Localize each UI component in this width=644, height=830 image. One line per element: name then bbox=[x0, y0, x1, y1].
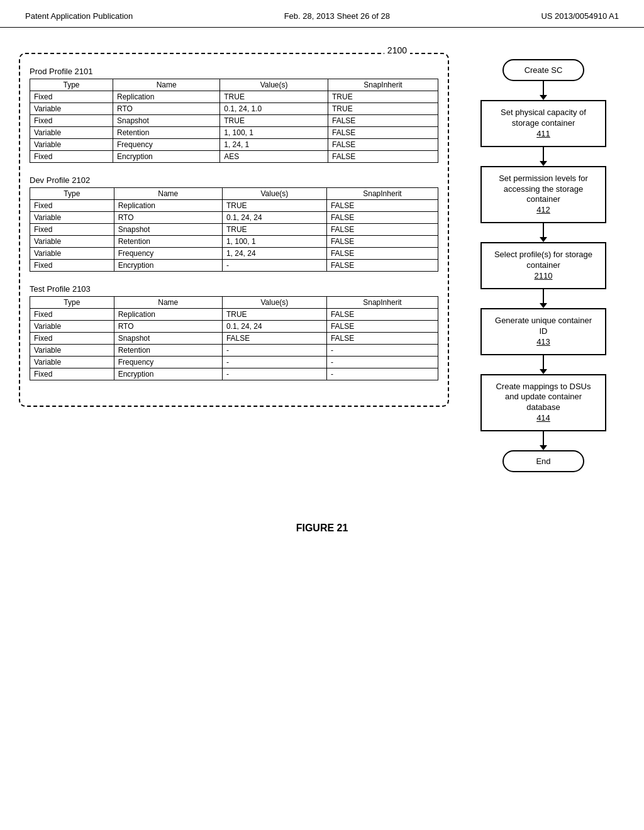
prod-col-snapinherit: SnapInherit bbox=[328, 79, 438, 91]
table-row: VariableFrequency1, 24, 24FALSE bbox=[30, 248, 438, 260]
table-row: VariableFrequency1, 24, 1FALSE bbox=[30, 139, 438, 151]
arrowhead-4 bbox=[540, 303, 547, 308]
flow-step-413: Generate unique container ID 413 bbox=[480, 308, 606, 374]
step-412-box: Set permission levels for accessing the … bbox=[480, 166, 606, 224]
table-row: FixedReplicationTRUEFALSE bbox=[30, 200, 438, 212]
right-panel: Create SC Set physical capacity of stora… bbox=[462, 53, 625, 472]
arrow-2 bbox=[543, 147, 544, 161]
table-row: FixedSnapshotFALSEFALSE bbox=[30, 333, 438, 345]
table-row: FixedEncryption-FALSE bbox=[30, 260, 438, 272]
figure-label: FIGURE 21 bbox=[0, 523, 644, 553]
flow-step-end: End bbox=[502, 450, 584, 472]
flow-step-412: Set permission levels for accessing the … bbox=[480, 166, 606, 243]
test-col-name: Name bbox=[114, 297, 222, 309]
main-content: 2100 Prod Profile 2101 Type Name Value(s… bbox=[0, 28, 644, 485]
test-profile-table: Type Name Value(s) SnapInherit FixedRepl… bbox=[30, 296, 438, 380]
step-414-box: Create mappings to DSUs and update conta… bbox=[480, 374, 606, 432]
header-right: US 2013/0054910 A1 bbox=[541, 11, 619, 21]
test-col-values: Value(s) bbox=[222, 297, 326, 309]
prod-profile-title: Prod Profile 2101 bbox=[30, 67, 438, 76]
table-row: FixedEncryption-- bbox=[30, 368, 438, 380]
prod-profile-table: Type Name Value(s) SnapInherit FixedRepl… bbox=[30, 79, 438, 163]
step-413-ref: 413 bbox=[536, 337, 550, 346]
prod-table-header-row: Type Name Value(s) SnapInherit bbox=[30, 79, 438, 91]
dev-profile-title: Dev Profile 2102 bbox=[30, 175, 438, 185]
prod-col-type: Type bbox=[30, 79, 113, 91]
arrow-3 bbox=[543, 223, 544, 237]
arrowhead-2 bbox=[540, 161, 547, 166]
arrowhead-5 bbox=[540, 369, 547, 374]
arrowhead-1 bbox=[540, 95, 547, 100]
table-row: VariableRTO0.1, 24, 1.0TRUE bbox=[30, 103, 438, 115]
header-middle: Feb. 28, 2013 Sheet 26 of 28 bbox=[284, 11, 390, 21]
table-row: VariableRetention1, 100, 1FALSE bbox=[30, 127, 438, 139]
table-row: VariableRetention-- bbox=[30, 345, 438, 357]
dev-profile-table: Type Name Value(s) SnapInherit FixedRepl… bbox=[30, 187, 438, 272]
flow-step-414: Create mappings to DSUs and update conta… bbox=[480, 374, 606, 451]
prod-profile-section: Prod Profile 2101 Type Name Value(s) Sna… bbox=[30, 67, 438, 163]
step-411-ref: 411 bbox=[536, 129, 550, 138]
table-row: FixedSnapshotTRUEFALSE bbox=[30, 115, 438, 127]
step-413-box: Generate unique container ID 413 bbox=[480, 308, 606, 355]
prod-col-values: Value(s) bbox=[220, 79, 328, 91]
flow-step-create-sc: Create SC bbox=[502, 59, 584, 100]
test-col-snapinherit: SnapInherit bbox=[326, 297, 438, 309]
test-table-header-row: Type Name Value(s) SnapInherit bbox=[30, 297, 438, 309]
arrow-1 bbox=[543, 81, 544, 95]
flow-step-411: Set physical capacity of storage contain… bbox=[480, 100, 606, 166]
dev-col-name: Name bbox=[114, 188, 222, 200]
table-row: FixedEncryptionAESFALSE bbox=[30, 151, 438, 163]
page-header: Patent Application Publication Feb. 28, … bbox=[0, 0, 644, 28]
test-col-type: Type bbox=[30, 297, 114, 309]
flow-step-2110: Select profile(s) for storage container … bbox=[480, 242, 606, 308]
step-412-ref: 412 bbox=[536, 205, 550, 214]
dev-table-header-row: Type Name Value(s) SnapInherit bbox=[30, 188, 438, 200]
left-panel: 2100 Prod Profile 2101 Type Name Value(s… bbox=[19, 53, 449, 407]
step-411-box: Set physical capacity of storage contain… bbox=[480, 100, 606, 147]
dev-col-type: Type bbox=[30, 188, 114, 200]
step-2110-box: Select profile(s) for storage container … bbox=[480, 242, 606, 289]
table-row: FixedReplicationTRUEFALSE bbox=[30, 309, 438, 321]
dev-col-values: Value(s) bbox=[222, 188, 326, 200]
table-row: VariableFrequency-- bbox=[30, 357, 438, 368]
table-row: VariableRetention1, 100, 1FALSE bbox=[30, 236, 438, 248]
header-left: Patent Application Publication bbox=[25, 11, 133, 21]
prod-col-name: Name bbox=[113, 79, 220, 91]
create-sc-box: Create SC bbox=[502, 59, 584, 81]
test-profile-section: Test Profile 2103 Type Name Value(s) Sna… bbox=[30, 284, 438, 380]
dev-profile-section: Dev Profile 2102 Type Name Value(s) Snap… bbox=[30, 175, 438, 272]
end-box: End bbox=[502, 450, 584, 472]
test-profile-title: Test Profile 2103 bbox=[30, 284, 438, 294]
table-row: FixedReplicationTRUETRUE bbox=[30, 91, 438, 103]
arrowhead-6 bbox=[540, 445, 547, 450]
dev-col-snapinherit: SnapInherit bbox=[326, 188, 438, 200]
arrow-6 bbox=[543, 431, 544, 445]
arrow-4 bbox=[543, 289, 544, 303]
arrow-5 bbox=[543, 355, 544, 369]
table-row: VariableRTO0.1, 24, 24FALSE bbox=[30, 212, 438, 224]
arrowhead-3 bbox=[540, 237, 547, 242]
step-2110-ref: 2110 bbox=[535, 271, 553, 280]
box-label: 2100 bbox=[384, 45, 410, 55]
step-414-ref: 414 bbox=[536, 413, 550, 423]
table-row: FixedSnapshotTRUEFALSE bbox=[30, 224, 438, 236]
table-row: VariableRTO0.1, 24, 24FALSE bbox=[30, 321, 438, 333]
